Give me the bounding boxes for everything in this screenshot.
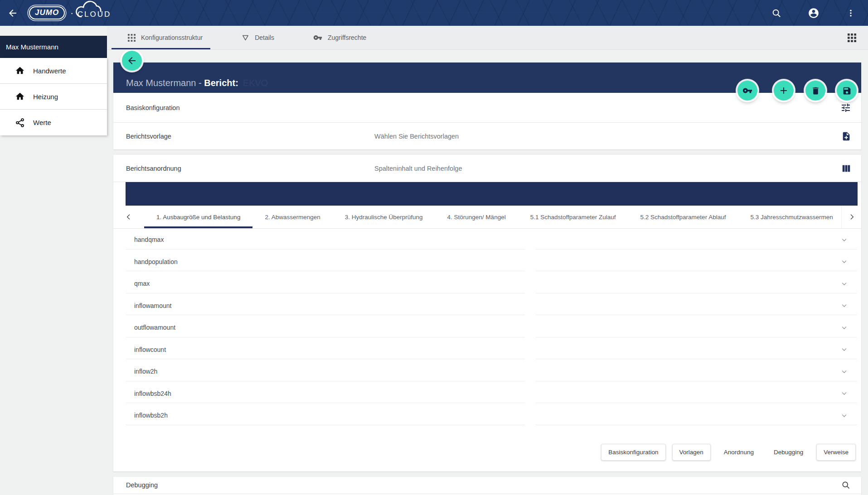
list-item[interactable]: inflowbsb2h (113, 404, 861, 427)
add-template-file-icon[interactable] (841, 131, 851, 141)
tab-label: Konfigurationsstruktur (141, 34, 203, 41)
funnel-icon (242, 34, 249, 42)
share-icon (15, 118, 25, 128)
row-label: Debugging (126, 481, 158, 489)
tabs-scroll-left-icon[interactable] (119, 206, 139, 228)
tune-icon[interactable] (840, 102, 851, 113)
report-tab-1[interactable]: 1. Ausbaugröße und Belastung (144, 206, 252, 228)
row-berichtsanordnung[interactable]: Berichtsanordnung Spalteninhalt und Reih… (113, 155, 861, 182)
search-icon[interactable] (767, 4, 786, 22)
columns-icon[interactable] (841, 163, 851, 173)
report-title-emphasis: Bericht: (204, 78, 238, 88)
report-tab-3[interactable]: 3. Hydraulische Überprüfung (333, 206, 435, 228)
add-button[interactable] (774, 81, 794, 101)
sidebar: Max Mustermann Handwerte Heizung Werte (0, 26, 107, 135)
back-icon[interactable] (4, 4, 22, 22)
report-config-card: Max Mustermann - Bericht:EKVO (113, 62, 861, 149)
report-tab-6[interactable]: 5.2 Schadstoffparameter Ablauf (628, 206, 738, 228)
sidebar-item-label: Heizung (33, 93, 58, 101)
list-item[interactable]: handpopulation (113, 251, 861, 273)
report-title-ghost: EKVO (243, 78, 268, 88)
grid-icon (128, 34, 136, 42)
field-label: inflowbsb2h (134, 412, 168, 419)
list-item[interactable]: inflow2h (113, 360, 861, 383)
anordnung-button[interactable]: Anordnung (717, 444, 761, 461)
chevron-down-icon[interactable] (841, 258, 848, 265)
sidebar-user-header: Max Mustermann (0, 36, 107, 58)
sidebar-items: Handwerte Heizung Werte (0, 58, 107, 135)
sidebar-item-handwerte[interactable]: Handwerte (0, 58, 107, 84)
field-label: handqmax (134, 236, 164, 243)
topbar-actions (767, 4, 860, 22)
top-navbar: JUMO · CLOUD (0, 0, 868, 26)
field-label: inflowcount (134, 346, 166, 353)
apps-grid-icon[interactable] (848, 34, 856, 42)
list-item[interactable]: inflowcount (113, 339, 861, 361)
list-item[interactable]: inflowbsb24h (113, 383, 861, 405)
cloud-outline-icon (74, 0, 113, 20)
column-header-bar (126, 182, 858, 206)
report-tab-4[interactable]: 4. Störungen/ Mängel (435, 206, 518, 228)
chevron-down-icon[interactable] (841, 368, 848, 375)
chevron-down-icon[interactable] (841, 412, 848, 419)
verweise-button[interactable]: Verweise (816, 444, 856, 461)
sidebar-item-label: Handwerte (33, 67, 66, 75)
field-list: handqmax handpopulation qmax inflowamoun… (113, 229, 861, 427)
tab-konfigurationsstruktur[interactable]: Konfigurationsstruktur (123, 26, 207, 49)
overflow-menu-icon[interactable] (842, 4, 860, 22)
report-tab-7[interactable]: 5.3 Jahresschmutzwassermen (738, 206, 845, 228)
row-label: Basiskonfiguration (126, 104, 180, 111)
chevron-down-icon[interactable] (841, 236, 848, 243)
field-label: inflowamount (134, 302, 172, 309)
chevron-down-icon[interactable] (841, 302, 848, 309)
chevron-down-icon[interactable] (841, 280, 848, 287)
row-debugging[interactable]: Debugging (113, 477, 861, 494)
chevron-down-icon[interactable] (841, 324, 848, 331)
list-item[interactable]: qmax (113, 273, 861, 295)
main-area: Konfigurationsstruktur Details Zugriffsr… (107, 26, 868, 495)
logo-separator: · (70, 8, 73, 18)
jumo-cloud-logo: JUMO · CLOUD (29, 6, 111, 19)
field-label: handpopulation (134, 258, 178, 265)
delete-button[interactable] (805, 81, 825, 101)
tab-label: Details (255, 34, 274, 41)
main-tabbar: Konfigurationsstruktur Details Zugriffsr… (107, 26, 868, 50)
debugging-card: Debugging (113, 477, 861, 495)
list-item[interactable]: outflowamount (113, 317, 861, 339)
tab-details[interactable]: Details (237, 26, 279, 49)
row-hint: Wählen Sie Berichtsvorlagen (374, 133, 459, 140)
key-icon (313, 33, 322, 42)
chevron-down-icon[interactable] (841, 346, 848, 353)
save-button[interactable] (837, 81, 857, 101)
permissions-key-button[interactable] (737, 81, 757, 101)
report-header-band: Max Mustermann - Bericht:EKVO (113, 62, 861, 93)
field-label: inflow2h (134, 368, 157, 375)
field-label: inflowbsb24h (134, 390, 171, 397)
sidebar-item-werte[interactable]: Werte (0, 110, 107, 135)
sidebar-item-heizung[interactable]: Heizung (0, 84, 107, 110)
debugging-button[interactable]: Debugging (767, 444, 810, 461)
back-fab-button[interactable] (122, 51, 142, 71)
list-item[interactable]: handqmax (113, 229, 861, 251)
tab-zugriffsrechte[interactable]: Zugriffsrechte (309, 26, 371, 49)
active-tab-indicator (112, 48, 210, 50)
field-label: outflowamount (134, 324, 175, 331)
report-tab-5[interactable]: 5.1 Schadstoffparameter Zulauf (518, 206, 628, 228)
row-hint: Spalteninhalt und Reihenfolge (374, 165, 462, 172)
home-icon (15, 66, 25, 76)
chevron-down-icon[interactable] (841, 390, 848, 397)
sidebar-item-label: Werte (33, 119, 51, 126)
list-item[interactable]: inflowamount (113, 295, 861, 317)
report-arrangement-card: Berichtsanordnung Spalteninhalt und Reih… (113, 155, 861, 471)
search-icon[interactable] (841, 481, 850, 490)
vorlagen-button[interactable]: Vorlagen (672, 444, 711, 461)
report-tab-2[interactable]: 2. Abwassermengen (252, 206, 332, 228)
tabs-scroll-right-icon[interactable] (841, 206, 861, 228)
report-section-tabs: 1. Ausbaugröße und Belastung 2. Abwasser… (113, 206, 861, 229)
account-icon[interactable] (805, 4, 823, 22)
content-scroll-area[interactable]: Max Mustermann - Bericht:EKVO (107, 50, 868, 495)
cloud-logo: CLOUD (78, 7, 112, 19)
row-berichtsvorlage[interactable]: Berichtsvorlage Wählen Sie Berichtsvorla… (113, 123, 861, 149)
app-root: JUMO · CLOUD Max Mustermann (0, 0, 868, 495)
basiskonfiguration-button[interactable]: Basiskonfiguration (601, 444, 665, 461)
